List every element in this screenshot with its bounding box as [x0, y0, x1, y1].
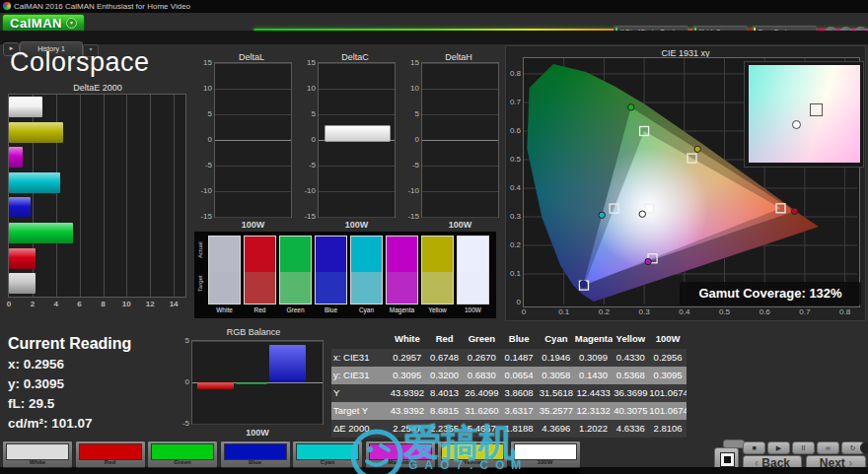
table-cell: 43.9392 [389, 402, 426, 420]
y-tick-label: -10 [302, 186, 316, 195]
y-tick-label: -5 [180, 419, 189, 428]
y-tick-label: -15 [405, 212, 419, 221]
gridline [126, 95, 127, 297]
swatch-row-label-actual: Actual [197, 246, 203, 258]
gamut-coverage-value: 132% [809, 286, 841, 301]
table-cell: 0.2956 [649, 349, 687, 367]
pattern-button-green[interactable]: Green [147, 440, 218, 468]
pattern-button-red[interactable]: Red [75, 440, 146, 468]
table-cell: 35.2577 [538, 402, 575, 420]
y-tick-label: 5 [405, 109, 419, 118]
pattern-button-blue[interactable]: Blue [220, 440, 291, 468]
stop-button[interactable]: ■ [743, 441, 765, 454]
gridline [215, 114, 291, 115]
x-tick-label: 2 [26, 300, 39, 308]
table-row-label: Y [331, 384, 389, 402]
stop-icon: ■ [752, 444, 756, 451]
pattern-button-100w[interactable]: 100W [510, 440, 581, 468]
rgb-bar-green [236, 382, 267, 384]
y-tick-label: 15 [405, 58, 419, 67]
table-cell: 2.2547 [389, 420, 426, 438]
x-tick-label: 0.1 [556, 307, 572, 316]
y-tick-label: 0 [506, 298, 521, 306]
reading-line: fL: 29.5 [8, 396, 54, 411]
play-button[interactable]: ▶ [767, 441, 790, 454]
swatch-actual [280, 237, 311, 272]
swatch-actual [209, 237, 240, 272]
x-tick-label: 0.2 [596, 307, 612, 316]
x-tick-label: 0 [516, 307, 532, 316]
table-cell: 0.6748 [426, 349, 464, 367]
delta-chart-deltac: DeltaC151050-5-10-15100W [302, 52, 397, 232]
gridline [422, 191, 498, 192]
table-cell: 0.3058 [538, 367, 575, 384]
plot-area [318, 62, 396, 218]
pattern-color-patch [296, 443, 359, 460]
pattern-button-cyan[interactable]: Cyan [292, 440, 363, 468]
table-cell: 12.4433 [575, 384, 613, 402]
chart-title: DeltaC [316, 52, 395, 62]
table-cell: 0.1946 [538, 349, 575, 367]
pattern-color-patch [151, 443, 214, 460]
swatch-panel: ActualTargetWhiteRedGreenBlueCyanMagenta… [194, 232, 496, 318]
pause-icon: II [802, 444, 806, 451]
pattern-color-patch [369, 443, 432, 460]
table-cell: 0.3200 [426, 367, 464, 384]
refresh-icon: ↻ [850, 444, 856, 451]
delta-chart-deltal: DeltaL151050-5-10-15100W [198, 52, 293, 232]
swatch-red [244, 236, 276, 305]
table-cell: 0.1430 [575, 367, 613, 384]
table-column-header: Blue [500, 329, 538, 349]
pause-button[interactable]: II [792, 441, 815, 454]
calman-window: CalMAN 2016 CalMAN Enthusiast for Home V… [0, 0, 868, 474]
table-cell: 2.2355 [426, 420, 464, 438]
link-button[interactable]: ∞ [817, 441, 839, 454]
y-tick-label: -15 [302, 212, 316, 221]
y-tick-label: 5 [180, 336, 189, 345]
gridline [104, 95, 105, 297]
swatch-target [245, 272, 275, 304]
pattern-button-magenta[interactable]: Magenta [365, 440, 436, 468]
page-title: Colorspace [10, 47, 150, 78]
y-tick-label: -5 [405, 161, 419, 169]
swatch-cyan [350, 236, 383, 305]
rgb-bar-red [197, 382, 234, 389]
table-cell: 0.3095 [389, 367, 426, 384]
plot-area [421, 62, 499, 218]
table-cell: 31.6260 [464, 402, 501, 420]
swatch-actual [458, 237, 488, 272]
x-tick-label: 0 [2, 300, 16, 308]
deltae-bar-cyan [9, 172, 60, 193]
deltae-bar-white [9, 273, 36, 294]
x-tick-label: 0.6 [757, 307, 772, 316]
y-tick-label: 5 [302, 109, 316, 118]
table-cell: 3.8608 [500, 384, 538, 402]
x-axis-label: 100W [214, 220, 292, 230]
swatch-target [387, 272, 417, 304]
gridline [215, 191, 291, 192]
swatch-100w [457, 236, 489, 305]
y-tick-label: -5 [198, 161, 212, 169]
swatch-actual [422, 237, 453, 272]
tab-strip [0, 31, 868, 44]
x-axis-label: 100W [318, 220, 396, 230]
y-tick-label: 0.4 [506, 183, 521, 192]
gridline [174, 95, 175, 297]
y-tick-label: 15 [198, 58, 212, 67]
current-reading-title: Current Reading [8, 335, 131, 353]
x-tick-label: 10 [119, 300, 133, 308]
table-cell: 8.4013 [426, 384, 464, 402]
table-row-label: y: CIE31 [331, 367, 389, 384]
pattern-button-label: 100W [511, 459, 580, 465]
table-cell: 12.3132 [575, 402, 613, 420]
table-cell: 4.6336 [613, 420, 650, 438]
swatch-label: Red [243, 306, 277, 313]
swatch-green [279, 236, 312, 305]
swatch-actual [351, 237, 382, 272]
x-axis-label: 100W [421, 220, 499, 230]
pattern-button-yellow[interactable]: Yellow [437, 440, 508, 468]
rgb-balance-title: RGB Balance [180, 327, 327, 337]
gridline [422, 63, 498, 64]
pattern-button-white[interactable]: White [2, 440, 73, 468]
y-tick-label: 0 [180, 377, 189, 386]
